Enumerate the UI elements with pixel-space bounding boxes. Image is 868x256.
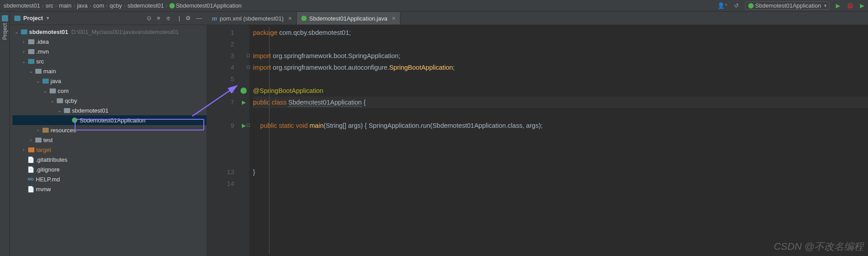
- expand-icon[interactable]: ⌄: [14, 29, 19, 34]
- crumb[interactable]: sbdemotest01: [4, 2, 40, 9]
- expand-icon[interactable]: ⌄: [57, 108, 62, 113]
- editor-tabs: m pom.xml (sbdemotest01) × Sbdemotest01A…: [206, 12, 868, 25]
- project-tool-tab[interactable]: Project: [0, 12, 10, 256]
- line-number[interactable]: 6: [206, 85, 234, 97]
- expand-icon[interactable]: ›: [21, 39, 26, 44]
- close-icon[interactable]: ×: [392, 15, 396, 22]
- tab-pom[interactable]: m pom.xml (sbdemotest01) ×: [207, 12, 297, 25]
- tree-item[interactable]: ›test: [13, 135, 206, 145]
- crumb[interactable]: com: [93, 2, 104, 9]
- spring-icon: [301, 16, 307, 21]
- tree-item[interactable]: ⌄qcby: [13, 96, 206, 105]
- fold-icon[interactable]: [247, 54, 250, 57]
- line-number[interactable]: [206, 143, 234, 155]
- line-number[interactable]: 5: [206, 73, 234, 85]
- debug-button[interactable]: 🐞: [847, 2, 854, 9]
- tree-item[interactable]: ›resources: [13, 125, 206, 135]
- expand-icon[interactable]: ⌄: [42, 88, 48, 93]
- run-button[interactable]: ▶: [836, 2, 840, 9]
- hide-icon[interactable]: —: [196, 15, 202, 21]
- code-editor[interactable]: 1 2 3 4 5 6 7 9 13 14 ▶ ▶: [206, 25, 868, 256]
- line-number[interactable]: 13: [206, 166, 234, 178]
- fold-icon[interactable]: [247, 124, 250, 127]
- tree-item[interactable]: ⌄sbdemotest01: [13, 105, 206, 115]
- line-number[interactable]: [206, 131, 234, 143]
- spring-gutter-icon[interactable]: [240, 88, 247, 94]
- code-token: {: [362, 99, 366, 106]
- project-icon: [14, 16, 21, 21]
- code-token: public class: [253, 99, 288, 106]
- tree-item[interactable]: ›.mvn: [13, 46, 206, 56]
- project-tree[interactable]: ⌄ sbdemotest01 D:\001_Myclass001\javava\…: [10, 25, 206, 256]
- crumb[interactable]: src: [46, 2, 53, 9]
- tab-label: Sbdemotest01Application.java: [309, 15, 388, 22]
- code-token: }: [253, 168, 255, 176]
- line-number[interactable]: 4: [206, 62, 234, 73]
- tree-item[interactable]: 📄mvnw: [13, 184, 206, 194]
- expand-icon[interactable]: ›: [35, 128, 41, 133]
- line-number[interactable]: [206, 108, 234, 120]
- fold-icon[interactable]: [247, 66, 250, 69]
- expand-icon[interactable]: ⌄: [50, 98, 55, 103]
- line-number[interactable]: 14: [206, 178, 234, 189]
- tree-root[interactable]: ⌄ sbdemotest01 D:\001_Myclass001\javava\…: [13, 27, 206, 37]
- crumb[interactable]: qcby: [110, 2, 122, 9]
- gear-icon[interactable]: ⚙: [185, 15, 191, 21]
- crumb[interactable]: java: [77, 2, 88, 9]
- spring-icon: [748, 3, 754, 8]
- run-config-selector[interactable]: Sbdemotest01Application ▼: [745, 1, 830, 10]
- line-number[interactable]: 3: [206, 50, 234, 62]
- tree-item[interactable]: MDHELP.md: [13, 174, 206, 184]
- code-token: com.qcby.sbdemotest01;: [279, 29, 351, 36]
- code-token: org.springframework.boot.SpringApplicati…: [273, 52, 400, 59]
- select-opened-file-icon[interactable]: ⊙: [147, 15, 152, 21]
- code-token: (String[] args) { SpringApplication.: [324, 122, 421, 129]
- line-number[interactable]: 7: [206, 97, 234, 108]
- tab-app[interactable]: Sbdemotest01Application.java ×: [297, 12, 400, 25]
- close-icon[interactable]: ×: [288, 15, 292, 22]
- code-token: package: [253, 29, 279, 36]
- code-token: Sbdemotest01Application: [432, 122, 506, 129]
- crumb[interactable]: main: [59, 2, 72, 9]
- crumb[interactable]: Sbdemotest01Application: [176, 2, 241, 9]
- tree-item[interactable]: ›.idea: [13, 37, 206, 46]
- run-gutter-icon[interactable]: ▶: [242, 99, 246, 105]
- tree-item[interactable]: ›target: [13, 145, 206, 155]
- tree-item-selected[interactable]: Sbdemotest01Application: [13, 115, 206, 125]
- watermark: CSDN @不改名编程: [774, 240, 864, 253]
- tree-item[interactable]: ⌄main: [13, 66, 206, 76]
- code-token: import: [253, 64, 273, 71]
- collapse-all-icon[interactable]: ≑: [166, 15, 171, 21]
- run-gutter-icon[interactable]: ▶: [242, 122, 246, 129]
- expand-icon[interactable]: ⌄: [35, 79, 41, 84]
- tree-item[interactable]: ⌄src: [13, 56, 206, 66]
- tree-item[interactable]: 📄.gitattributes: [13, 155, 206, 164]
- expand-icon[interactable]: ⌄: [21, 59, 26, 64]
- tree-item[interactable]: ⌄java: [13, 76, 206, 86]
- expand-icon[interactable]: ›: [28, 138, 34, 143]
- chevron-down-icon: ▼: [823, 4, 827, 8]
- run-coverage-button[interactable]: ▶: [860, 2, 864, 9]
- tree-item[interactable]: ⌄com: [13, 86, 206, 96]
- expand-icon[interactable]: ›: [21, 49, 26, 54]
- top-bar: sbdemotest01› src› main› java› com› qcby…: [0, 0, 868, 12]
- code-token: run: [421, 122, 430, 129]
- tree-item[interactable]: 📄.gitignore: [13, 164, 206, 174]
- project-tab-icon: [2, 15, 8, 21]
- crumb[interactable]: sbdemotest01: [127, 2, 164, 9]
- expand-all-icon[interactable]: ≡: [157, 15, 160, 21]
- code-content[interactable]: package com.qcby.sbdemotest01; import or…: [249, 25, 868, 256]
- toolbar-right: 👤⁺ ↺ Sbdemotest01Application ▼ ▶ 🐞 ▶: [717, 1, 864, 10]
- chevron-down-icon[interactable]: ▼: [46, 16, 50, 21]
- code-token: import: [253, 52, 273, 59]
- user-add-icon[interactable]: 👤⁺: [717, 2, 728, 9]
- line-number[interactable]: 9: [206, 120, 234, 131]
- expand-icon[interactable]: ⌄: [28, 69, 34, 74]
- line-number[interactable]: 1: [206, 27, 234, 38]
- line-number[interactable]: 2: [206, 38, 234, 50]
- breadcrumb[interactable]: sbdemotest01› src› main› java› com› qcby…: [4, 2, 717, 9]
- expand-icon[interactable]: ›: [21, 147, 26, 152]
- maven-icon: m: [212, 15, 217, 22]
- sync-icon[interactable]: ↺: [734, 2, 739, 9]
- line-number[interactable]: [206, 155, 234, 166]
